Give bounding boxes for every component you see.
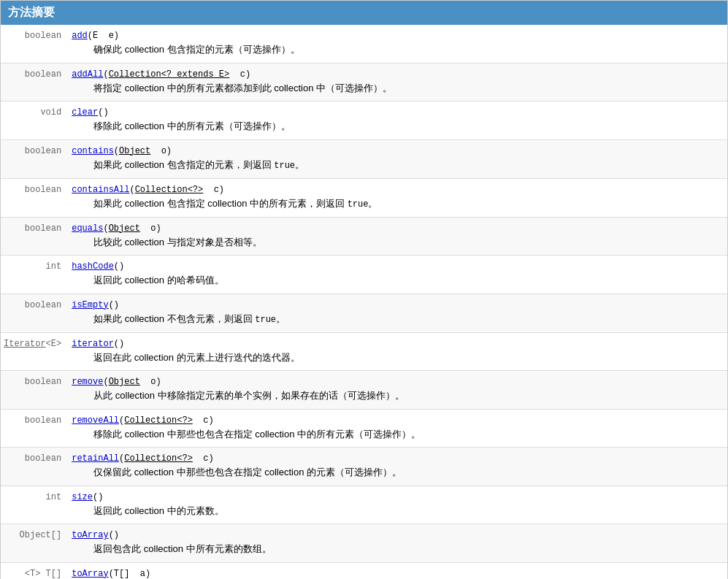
method-link[interactable]: equals <box>72 223 103 234</box>
method-link[interactable]: removeAll <box>72 415 119 426</box>
return-type: boolean <box>1 448 66 486</box>
table-row: booleancontains(Object o)如果此 collection … <box>1 139 727 178</box>
method-description: 比较此 collection 与指定对象是否相等。 <box>72 234 721 251</box>
method-signature: clear() <box>72 104 721 118</box>
method-signature: equals(Object o) <box>72 221 721 234</box>
table-row: voidclear()移除此 collection 中的所有元素（可选操作）。 <box>1 101 727 140</box>
method-link[interactable]: isEmpty <box>72 300 108 310</box>
method-signature: iterator() <box>72 336 721 349</box>
method-description: 返回包含此 collection 中所有元素的数组。 <box>72 540 721 558</box>
table-row: Iterator<E>iterator()返回在此 collection 的元素… <box>1 332 727 371</box>
table-row: Object[]toArray()返回包含此 collection 中所有元素的… <box>1 524 727 563</box>
method-link[interactable]: iterator <box>72 339 114 349</box>
table-row: booleanremoveAll(Collection<?> c)移除此 col… <box>1 409 727 448</box>
method-content: remove(Object o)从此 collection 中移除指定元素的单个… <box>66 371 727 410</box>
method-description: 从此 collection 中移除指定元素的单个实例，如果存在的话（可选操作）。 <box>72 387 721 404</box>
method-content: clear()移除此 collection 中的所有元素（可选操作）。 <box>66 101 727 140</box>
method-signature: isEmpty() <box>72 297 721 310</box>
table-row: booleanadd(E e)确保此 collection 包含指定的元素（可选… <box>1 25 727 63</box>
return-type: boolean <box>1 294 66 332</box>
table-row: booleanaddAll(Collection<? extends E> c)… <box>1 63 727 101</box>
method-signature: retainAll(Collection<?> c) <box>72 450 721 464</box>
page-container: 方法摘要 booleanadd(E e)确保此 collection 包含指定的… <box>0 0 728 579</box>
method-signature: toArray(T[] a) <box>72 566 721 579</box>
method-link[interactable]: toArray <box>72 569 108 579</box>
method-link[interactable]: retainAll <box>72 453 119 464</box>
method-content: equals(Object o)比较此 collection 与指定对象是否相等… <box>66 217 727 256</box>
method-description: 如果此 collection 包含指定 collection 中的所有元素，则返… <box>72 195 721 212</box>
table-row: booleanretainAll(Collection<?> c)仅保留此 co… <box>1 448 727 486</box>
return-type: boolean <box>1 139 66 178</box>
method-description: 将指定 collection 中的所有元素都添加到此 collection 中（… <box>72 80 721 97</box>
method-signature: add(E e) <box>72 28 721 41</box>
method-link[interactable]: clear <box>72 107 98 118</box>
return-type: boolean <box>1 409 66 448</box>
return-type: boolean <box>1 25 66 63</box>
method-content: isEmpty()如果此 collection 不包含元素，则返回 true。 <box>66 294 727 332</box>
method-description: 移除此 collection 中那些也包含在指定 collection 中的所有… <box>72 426 721 443</box>
return-type: Object[] <box>1 524 66 563</box>
method-link[interactable]: addAll <box>72 69 103 80</box>
table-row: booleanisEmpty()如果此 collection 不包含元素，则返回… <box>1 294 727 332</box>
return-type: boolean <box>1 217 66 256</box>
method-link[interactable]: containsAll <box>72 185 129 195</box>
method-content: hashCode()返回此 collection 的哈希码值。 <box>66 256 727 294</box>
method-description: 返回在此 collection 的元素上进行迭代的迭代器。 <box>72 349 721 367</box>
method-content: retainAll(Collection<?> c)仅保留此 collectio… <box>66 448 727 486</box>
method-description: 移除此 collection 中的所有元素（可选操作）。 <box>72 118 721 135</box>
method-description: 返回此 collection 的哈希码值。 <box>72 272 721 289</box>
table-row: inthashCode()返回此 collection 的哈希码值。 <box>1 256 727 294</box>
method-content: containsAll(Collection<?> c)如果此 collecti… <box>66 178 727 217</box>
method-link[interactable]: contains <box>72 146 114 156</box>
method-description: 仅保留此 collection 中那些也包含在指定 collection 的元素… <box>72 464 721 481</box>
table-row: intsize()返回此 collection 中的元素数。 <box>1 486 727 524</box>
table-row: <T> T[]toArray(T[] a)返回包含此 collection 中所… <box>1 562 727 579</box>
method-signature: toArray() <box>72 527 721 540</box>
method-description: 返回此 collection 中的元素数。 <box>72 502 721 520</box>
method-link[interactable]: size <box>72 492 93 502</box>
return-type: int <box>1 486 66 524</box>
method-signature: size() <box>72 489 721 502</box>
table-row: booleanequals(Object o)比较此 collection 与指… <box>1 217 727 256</box>
return-type: Iterator<E> <box>1 332 66 371</box>
method-signature: containsAll(Collection<?> c) <box>72 182 721 195</box>
method-content: addAll(Collection<? extends E> c)将指定 col… <box>66 63 727 101</box>
method-link[interactable]: toArray <box>72 530 108 540</box>
method-signature: addAll(Collection<? extends E> c) <box>72 66 721 80</box>
return-type: int <box>1 256 66 294</box>
method-signature: hashCode() <box>72 258 721 272</box>
method-link[interactable]: add <box>72 31 88 41</box>
method-signature: remove(Object o) <box>72 374 721 387</box>
method-table: booleanadd(E e)确保此 collection 包含指定的元素（可选… <box>1 25 727 579</box>
method-description: 如果此 collection 不包含元素，则返回 true。 <box>72 310 721 328</box>
method-link[interactable]: remove <box>72 377 103 387</box>
method-content: removeAll(Collection<?> c)移除此 collection… <box>66 409 727 448</box>
method-content: toArray()返回包含此 collection 中所有元素的数组。 <box>66 524 727 563</box>
method-content: toArray(T[] a)返回包含此 collection 中所有元素的数组；… <box>66 562 727 579</box>
method-content: contains(Object o)如果此 collection 包含指定的元素… <box>66 139 727 178</box>
method-description: 如果此 collection 包含指定的元素，则返回 true。 <box>72 156 721 174</box>
method-signature: contains(Object o) <box>72 143 721 156</box>
method-signature: removeAll(Collection<?> c) <box>72 413 721 426</box>
table-row: booleancontainsAll(Collection<?> c)如果此 c… <box>1 178 727 217</box>
page-title: 方法摘要 <box>1 1 727 25</box>
return-type: <T> T[] <box>1 562 66 579</box>
return-type: boolean <box>1 63 66 101</box>
table-row: booleanremove(Object o)从此 collection 中移除… <box>1 371 727 410</box>
method-link[interactable]: hashCode <box>72 261 114 272</box>
return-type: boolean <box>1 178 66 217</box>
method-content: size()返回此 collection 中的元素数。 <box>66 486 727 524</box>
method-description: 确保此 collection 包含指定的元素（可选操作）。 <box>72 41 721 58</box>
return-type: boolean <box>1 371 66 410</box>
return-type: void <box>1 101 66 140</box>
method-content: iterator()返回在此 collection 的元素上进行迭代的迭代器。 <box>66 332 727 371</box>
method-content: add(E e)确保此 collection 包含指定的元素（可选操作）。 <box>66 25 727 63</box>
